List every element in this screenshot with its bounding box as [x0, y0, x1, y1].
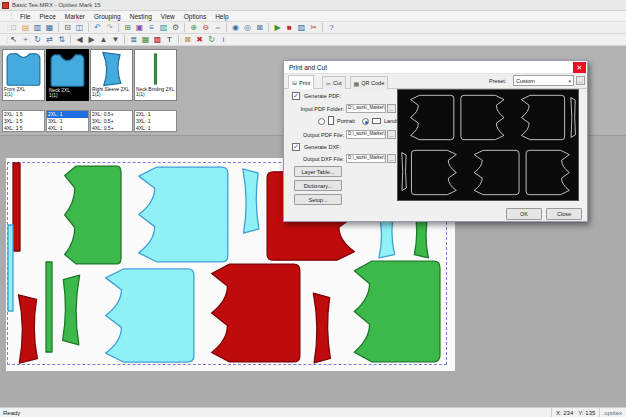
- menu-marker[interactable]: Marker: [65, 13, 85, 20]
- rotate-piece-icon[interactable]: ↻: [32, 34, 43, 45]
- landscape-radio[interactable]: [362, 118, 369, 125]
- group-pieces-icon[interactable]: ▦: [140, 34, 151, 45]
- menu-options[interactable]: Options: [184, 13, 206, 20]
- fabric-spread-icon[interactable]: ▧: [158, 22, 169, 33]
- text-tool-icon[interactable]: T: [164, 34, 175, 45]
- input-pdf-folder-field[interactable]: D:\_work\_Marker\_NestB4Print\barca_im: [346, 104, 386, 113]
- piece-card-neck-2xl[interactable]: Neck 2XL1(1): [46, 49, 89, 101]
- save-marker-icon[interactable]: ▥: [32, 22, 43, 33]
- preset-combobox[interactable]: Custom ▾: [513, 75, 574, 86]
- menu-file[interactable]: File: [20, 13, 30, 20]
- menu-nesting[interactable]: Nesting: [130, 13, 152, 20]
- output-pdf-file-field[interactable]: D:\_work\_Marker\_NestB4Print\barca_ima: [346, 130, 386, 139]
- marker-piece-red-sleeve[interactable]: [18, 295, 37, 363]
- input-pdf-browse-button[interactable]: ...: [387, 104, 396, 113]
- close-button[interactable]: Close: [546, 208, 582, 220]
- size-table-row[interactable]: 2XL: 1: [135, 111, 176, 118]
- bump-up-icon[interactable]: ▲: [98, 34, 109, 45]
- tab-cut[interactable]: ✂Cut: [322, 76, 346, 89]
- marker-piece-green-body[interactable]: [354, 261, 440, 362]
- size-table-row[interactable]: 4XL: 1: [47, 125, 88, 132]
- size-table-row[interactable]: 3XL: 0.5+: [91, 118, 132, 125]
- size-table-row[interactable]: 3XL: 1 5: [3, 118, 44, 125]
- nest-stop-icon[interactable]: ■: [284, 22, 295, 33]
- overlap-check-icon[interactable]: ▩: [152, 34, 163, 45]
- menu-piece[interactable]: Piece: [39, 13, 55, 20]
- new-marker-icon[interactable]: □: [8, 22, 19, 33]
- dialog-close-icon[interactable]: ✕: [573, 62, 586, 73]
- zoom-out-icon[interactable]: ◎: [242, 22, 253, 33]
- save-all-icon[interactable]: ▦: [44, 22, 55, 33]
- marker-properties-icon[interactable]: ▣: [134, 22, 145, 33]
- generate-pdf-checkbox[interactable]: ✓: [292, 92, 300, 100]
- portrait-radio[interactable]: [318, 118, 325, 125]
- add-piece-icon[interactable]: ⊕: [188, 22, 199, 33]
- update-pieces-icon[interactable]: ↻: [206, 34, 217, 45]
- size-table-row[interactable]: 4XL: 0.5+: [91, 125, 132, 132]
- setup-button[interactable]: Setup...: [294, 194, 342, 205]
- lock-piece-icon[interactable]: ⊠: [182, 34, 193, 45]
- dialog-title-bar[interactable]: Print and Cut ✕: [284, 61, 587, 74]
- menu-help[interactable]: Help: [215, 13, 228, 20]
- flip-vertical-icon[interactable]: ⇅: [56, 34, 67, 45]
- menu-view[interactable]: View: [161, 13, 175, 20]
- bump-down-icon[interactable]: ▼: [110, 34, 121, 45]
- order-management-icon[interactable]: ≡: [146, 22, 157, 33]
- size-table-row[interactable]: 4XL: 1 5: [3, 125, 44, 132]
- marker-piece-cyan-sleeve[interactable]: [243, 169, 259, 233]
- piece-info-icon[interactable]: i: [218, 34, 229, 45]
- size-table-row[interactable]: 4XL: 1: [135, 125, 176, 132]
- cut-order-icon[interactable]: ✂: [308, 22, 319, 33]
- output-dxf-browse-button[interactable]: ...: [387, 154, 396, 163]
- redo-icon[interactable]: ↷: [104, 22, 115, 33]
- size-table-row[interactable]: 3XL: 1: [135, 118, 176, 125]
- preset-browse-button[interactable]: ...: [576, 76, 585, 85]
- nest-start-icon[interactable]: ▶: [272, 22, 283, 33]
- generate-dxf-checkbox[interactable]: ✓: [292, 143, 300, 151]
- piece-card-front-2xl[interactable]: Front 2XL1(1): [2, 49, 45, 101]
- ok-button[interactable]: OK: [506, 208, 542, 220]
- marker-piece-cyan-body[interactable]: [106, 269, 194, 362]
- layer-table-button[interactable]: Layer Table...: [294, 166, 342, 177]
- bump-right-icon[interactable]: ▶: [86, 34, 97, 45]
- size-table-row[interactable]: 2XL: 1 5: [3, 111, 44, 118]
- delete-piece-icon[interactable]: ✖: [194, 34, 205, 45]
- tab-print[interactable]: ⊟Print: [288, 75, 314, 89]
- nest-report-icon[interactable]: ▨: [296, 22, 307, 33]
- piece-card-neck-binding-2xl[interactable]: Neck Binding 2XL1(1): [134, 49, 177, 101]
- menu-grouping[interactable]: Grouping: [94, 13, 121, 20]
- piece-catalog-icon[interactable]: ⊞: [122, 22, 133, 33]
- marker-piece-green-sleeve[interactable]: [63, 275, 80, 345]
- print-icon[interactable]: ⊟: [62, 22, 73, 33]
- marker-piece-red-sleeve[interactable]: [313, 293, 330, 363]
- tab-qr-code[interactable]: ▦QR Code: [350, 76, 389, 89]
- zoom-in-icon[interactable]: ◉: [230, 22, 241, 33]
- print-preview-icon[interactable]: ◫: [74, 22, 85, 33]
- output-pdf-browse-button[interactable]: ...: [387, 130, 396, 139]
- piece-card-right-sleeve-2xl[interactable]: Right Sleeve 2XL1(1): [90, 49, 133, 101]
- size-table-row[interactable]: 2XL: 0.5+: [91, 111, 132, 118]
- open-marker-icon[interactable]: ▤: [20, 22, 31, 33]
- size-table-row[interactable]: 3XL: 1: [47, 118, 88, 125]
- help-icon[interactable]: ?: [326, 22, 337, 33]
- zoom-marker-icon[interactable]: ⊠: [254, 22, 265, 33]
- bump-left-icon[interactable]: ◀: [74, 34, 85, 45]
- marker-piece-green-body[interactable]: [65, 166, 121, 264]
- marker-piece-cyan-strip[interactable]: [8, 225, 13, 311]
- align-pieces-icon[interactable]: ≣: [128, 34, 139, 45]
- measure-icon[interactable]: ⇔: [212, 22, 223, 33]
- marker-piece-red-strip[interactable]: [13, 163, 20, 251]
- marker-piece-red-body[interactable]: [212, 264, 300, 362]
- undo-icon[interactable]: ↶: [92, 22, 103, 33]
- dictionary-button[interactable]: Dictionary...: [294, 180, 342, 191]
- marker-piece-green-strip[interactable]: [46, 262, 52, 352]
- select-tool-icon[interactable]: ↖: [8, 34, 19, 45]
- portrait-label[interactable]: Portrait: [337, 118, 355, 124]
- flip-horizontal-icon[interactable]: ⇄: [44, 34, 55, 45]
- marker-piece-cyan-body[interactable]: [139, 167, 228, 262]
- output-dxf-file-field[interactable]: D:\_work\_Marker\_NestB4Print\barca_ima: [346, 154, 386, 163]
- remove-piece-icon[interactable]: ⊖: [200, 22, 211, 33]
- move-piece-icon[interactable]: +: [20, 34, 31, 45]
- marker-settings-icon[interactable]: ⚙: [170, 22, 181, 33]
- size-table-row[interactable]: 2XL: 1: [47, 111, 88, 118]
